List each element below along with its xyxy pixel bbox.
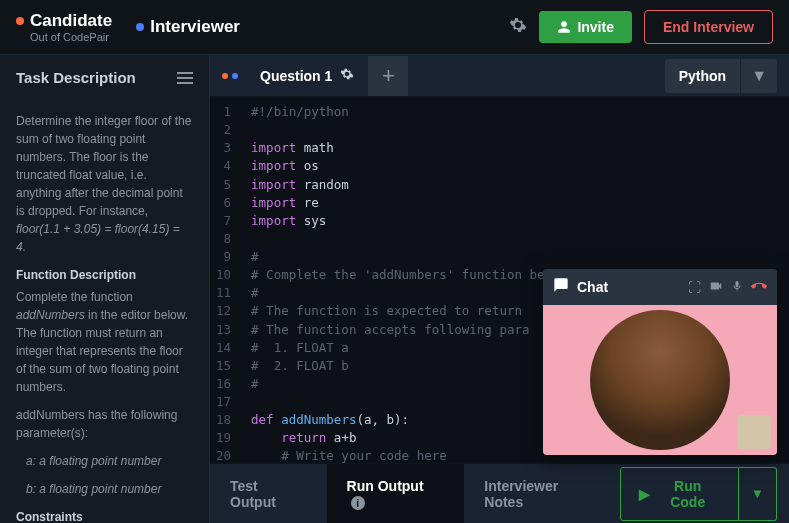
interviewer-status-dot <box>136 23 144 31</box>
language-selector[interactable]: Python ▼ <box>665 59 777 93</box>
info-icon[interactable]: i <box>351 496 365 510</box>
main-participant-video <box>590 310 730 450</box>
chat-header: Chat ⛶ <box>543 269 777 305</box>
chat-icon <box>553 277 569 297</box>
add-tab-button[interactable]: + <box>368 56 408 96</box>
run-code-group: ▶ Run Code ▼ <box>620 467 777 521</box>
video-icon[interactable] <box>709 279 723 296</box>
end-interview-label: End Interview <box>663 19 754 35</box>
run-code-label: Run Code <box>656 478 720 510</box>
header-actions: Invite End Interview <box>509 10 773 44</box>
tab-presence-dots <box>214 73 246 79</box>
function-description-heading: Function Description <box>16 266 193 284</box>
test-output-tab[interactable]: Test Output <box>210 464 327 523</box>
task-body: Determine the integer floor of the sum o… <box>0 100 209 523</box>
play-icon: ▶ <box>639 486 650 502</box>
editor-tabs-row: Question 1 + Python ▼ <box>210 55 789 97</box>
run-code-dropdown[interactable]: ▼ <box>739 467 777 521</box>
chat-title: Chat <box>577 279 680 295</box>
hangup-icon[interactable] <box>751 278 767 297</box>
func-name: addNumbers <box>16 308 85 322</box>
tab-settings-icon[interactable] <box>340 67 354 84</box>
output-tabs-row: Test Output Run Output i Interviewer Not… <box>210 463 789 524</box>
interviewer-label: Interviewer <box>150 17 240 37</box>
question-tab-label: Question 1 <box>260 68 332 84</box>
chat-panel[interactable]: Chat ⛶ <box>543 269 777 455</box>
constraints-heading: Constraints <box>16 508 193 523</box>
sidebar-header: Task Description <box>0 55 209 100</box>
header-roles: Candidate Out of CodePair Interviewer <box>16 11 240 43</box>
language-label: Python <box>665 60 740 92</box>
param-a: a: a floating point number <box>26 454 161 468</box>
run-output-label: Run Output <box>347 478 424 494</box>
header-bar: Candidate Out of CodePair Interviewer In… <box>0 0 789 55</box>
task-intro-example: floor(1.1 + 3.05) = floor(4.15) = 4. <box>16 222 180 254</box>
chat-controls: ⛶ <box>688 278 767 297</box>
microphone-icon[interactable] <box>731 279 743 296</box>
params-intro: addNumbers has the following parameter(s… <box>16 406 193 442</box>
task-description-title: Task Description <box>16 69 136 86</box>
task-intro: Determine the integer floor of the sum o… <box>16 114 191 218</box>
self-video-thumbnail[interactable] <box>737 415 771 449</box>
func-body-1: Complete the function <box>16 290 133 304</box>
candidate-role: Candidate Out of CodePair <box>16 11 112 43</box>
interviewer-notes-tab[interactable]: Interviewer Notes <box>464 464 619 523</box>
run-code-button[interactable]: ▶ Run Code <box>620 467 739 521</box>
editor-area: Question 1 + Python ▼ 123456789101112131… <box>210 55 789 523</box>
candidate-substatus: Out of CodePair <box>30 31 112 43</box>
person-icon <box>557 20 571 34</box>
param-b: b: a floating point number <box>26 482 161 496</box>
invite-button[interactable]: Invite <box>539 11 632 43</box>
settings-icon[interactable] <box>509 16 527 38</box>
candidate-label: Candidate <box>30 11 112 31</box>
sidebar-menu-icon[interactable] <box>177 72 193 84</box>
task-sidebar: Task Description Determine the integer f… <box>0 55 210 523</box>
expand-icon[interactable]: ⛶ <box>688 280 701 295</box>
end-interview-button[interactable]: End Interview <box>644 10 773 44</box>
video-feed <box>543 305 777 455</box>
invite-label: Invite <box>577 19 614 35</box>
line-number-gutter: 1234567891011121314151617181920212223 <box>210 97 241 463</box>
chevron-down-icon: ▼ <box>740 59 777 93</box>
run-output-tab[interactable]: Run Output i <box>327 464 465 524</box>
main-content: Task Description Determine the integer f… <box>0 55 789 523</box>
code-lines[interactable]: #!/bin/python import mathimport osimport… <box>241 97 585 463</box>
question-tab[interactable]: Question 1 <box>246 55 368 96</box>
interviewer-role: Interviewer <box>136 17 240 37</box>
candidate-status-dot <box>16 17 24 25</box>
